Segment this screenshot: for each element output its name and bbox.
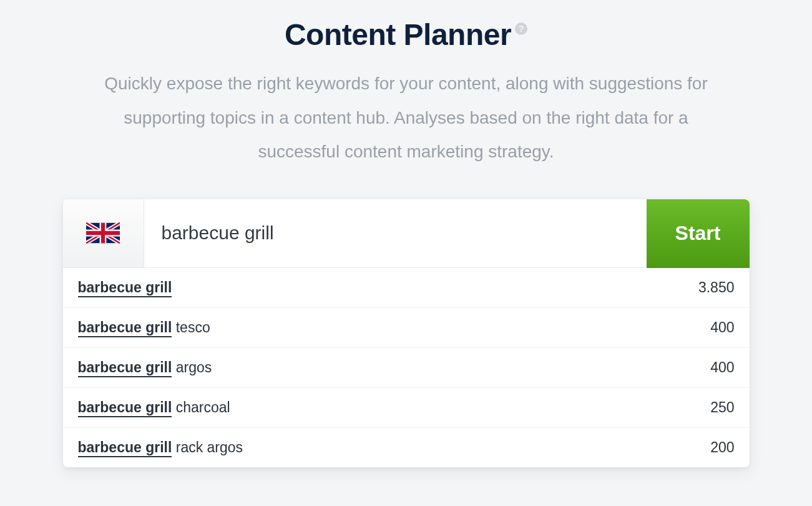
suggestion-text: barbecue grill [78, 279, 172, 296]
suggestion-rest: charcoal [172, 399, 230, 415]
suggestion-text: barbecue grill charcoal [78, 399, 230, 416]
suggestion-item[interactable]: barbecue grill argos 400 [63, 348, 750, 388]
suggestion-match: barbecue grill [78, 359, 172, 377]
suggestion-rest: rack argos [172, 439, 243, 455]
suggestion-rest: tesco [172, 319, 210, 335]
suggestion-value: 250 [710, 399, 734, 416]
suggestion-text: barbecue grill rack argos [78, 439, 243, 456]
suggestion-text: barbecue grill tesco [78, 319, 210, 336]
suggestion-value: 200 [710, 439, 734, 456]
suggestion-value: 400 [710, 319, 734, 336]
search-bar: Start [63, 199, 750, 268]
suggestion-match: barbecue grill [78, 439, 172, 457]
suggestion-match: barbecue grill [78, 319, 172, 337]
page-subtitle: Quickly expose the right keywords for yo… [69, 67, 743, 169]
content-planner-page: Content Planner ? Quickly expose the rig… [0, 0, 812, 467]
suggestion-item[interactable]: barbecue grill rack argos 200 [63, 428, 750, 467]
country-selector[interactable] [63, 199, 144, 268]
uk-flag-icon [86, 222, 120, 244]
suggestion-rest: argos [172, 359, 212, 375]
suggestion-value: 3.850 [698, 279, 735, 296]
suggestions-list: barbecue grill 3.850 barbecue grill tesc… [63, 268, 750, 467]
page-title: Content Planner [285, 17, 511, 52]
suggestion-value: 400 [710, 359, 734, 376]
help-icon[interactable]: ? [515, 22, 527, 35]
start-button[interactable]: Start [647, 199, 750, 268]
suggestion-item[interactable]: barbecue grill charcoal 250 [63, 388, 750, 428]
suggestion-text: barbecue grill argos [78, 359, 212, 376]
suggestion-match: barbecue grill [78, 399, 172, 417]
keyword-input[interactable] [144, 199, 647, 268]
title-row: Content Planner ? [285, 17, 527, 52]
suggestion-item[interactable]: barbecue grill 3.850 [63, 268, 750, 308]
suggestion-item[interactable]: barbecue grill tesco 400 [63, 308, 750, 348]
search-card: Start barbecue grill 3.850 barbecue gril… [63, 199, 750, 467]
suggestion-match: barbecue grill [78, 279, 172, 297]
